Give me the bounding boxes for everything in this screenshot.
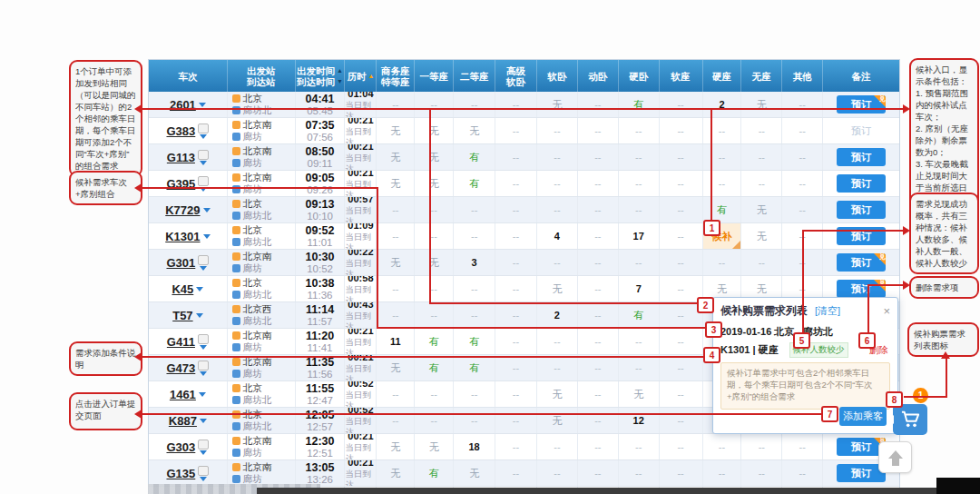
seat-availability: -- <box>454 381 495 407</box>
chevron-down-icon[interactable] <box>196 287 203 291</box>
train-number-link[interactable]: G383 <box>166 124 195 138</box>
departure-time: 12:30 <box>306 435 335 448</box>
arrowhead-icon <box>941 351 950 359</box>
train-number-link[interactable]: G473 <box>166 361 195 375</box>
book-button[interactable]: 预订 <box>837 174 886 193</box>
seat-availability: -- <box>703 460 742 486</box>
seat-availability: -- <box>578 250 619 275</box>
train-number-link[interactable]: K45 <box>172 282 193 296</box>
chevron-down-icon[interactable] <box>200 419 207 423</box>
book-button[interactable]: 预订 <box>837 122 886 140</box>
book-button[interactable]: 预订兑 <box>837 95 886 114</box>
annotation-left-2: 候补需求车次+席别组合 <box>69 171 142 205</box>
seat-availability: -- <box>619 171 660 196</box>
add-passenger-button[interactable]: 添加乘客 <box>839 407 887 426</box>
train-number-link[interactable]: G113 <box>167 151 195 164</box>
seat-availability: -- <box>782 144 823 170</box>
seat-availability: -- <box>703 118 742 143</box>
train-number-link[interactable]: G135 <box>166 467 195 480</box>
train-number-link[interactable]: T57 <box>172 309 192 322</box>
arrival-time: 11:57 <box>308 316 333 328</box>
train-number-link[interactable]: K7729 <box>165 203 200 217</box>
seat-availability: 有 <box>703 197 742 222</box>
seat-availability: -- <box>454 408 495 433</box>
seat-availability: -- <box>415 408 454 433</box>
seat-availability: -- <box>619 460 660 486</box>
seat-availability: 18 <box>454 434 495 459</box>
train-number-link[interactable]: 1461 <box>170 388 196 401</box>
chevron-down-icon[interactable] <box>200 161 207 165</box>
chevron-down-icon[interactable] <box>199 392 206 397</box>
column-header-硬座: 硬座 <box>703 60 742 92</box>
same-day-arrival-label: 当日到达 <box>345 363 376 381</box>
chevron-down-icon[interactable] <box>200 371 207 376</box>
chevron-down-icon[interactable] <box>200 477 207 481</box>
back-to-top-button[interactable] <box>878 441 912 473</box>
seat-availability: -- <box>537 355 578 380</box>
chevron-down-icon[interactable] <box>203 234 211 239</box>
chevron-down-icon[interactable] <box>203 208 211 212</box>
annotation-left-1: 1个订单中可添加发到站相同（可以是同城的不同车站）的2个相邻的乘车日期，每个乘车… <box>69 60 142 177</box>
seat-availability: 无 <box>415 250 454 275</box>
departure-station-icon <box>232 279 240 287</box>
chevron-down-icon[interactable] <box>196 313 203 318</box>
chevron-down-icon[interactable] <box>200 266 207 271</box>
waitlist-cart-button[interactable] <box>893 404 927 435</box>
seat-availability: -- <box>495 171 537 196</box>
chevron-down-icon[interactable] <box>199 103 206 107</box>
seat-availability: 2 <box>703 92 742 117</box>
book-button[interactable]: 预订兑 <box>837 253 886 272</box>
column-header-出发时间[interactable]: 出发时间▲到达时间▼ <box>296 60 346 92</box>
sort-icon[interactable]: ▼ <box>337 76 343 87</box>
train-number-link[interactable]: K887 <box>169 414 197 428</box>
arrival-station-icon <box>232 291 240 299</box>
departure-station: 北京 <box>243 93 262 104</box>
train-number-link[interactable]: G303 <box>166 440 195 454</box>
seat-availability: -- <box>660 92 703 117</box>
annotation-left-3: 需求添加条件说明 <box>69 341 142 376</box>
chevron-down-icon[interactable] <box>200 134 207 139</box>
book-button[interactable]: 预订 <box>837 148 886 166</box>
close-icon[interactable]: × <box>883 306 890 317</box>
sort-icon[interactable]: ▲ <box>368 71 374 82</box>
seat-availability: -- <box>415 302 454 328</box>
arrival-station: 廊坊 <box>243 341 262 353</box>
seat-availability: -- <box>495 434 537 459</box>
arrival-time: 09:26 <box>307 184 333 196</box>
train-row-K1301: K1301北京廊坊北09:5211:0101:09当日到达--------4--… <box>149 223 899 250</box>
departure-time: 09:13 <box>306 198 335 211</box>
seat-availability: -- <box>660 329 703 354</box>
cart-tail <box>888 415 894 424</box>
seat-availability: 无 <box>377 144 415 170</box>
train-number-link[interactable]: G411 <box>167 335 195 349</box>
annotation-right-3: 删除需求项 <box>909 276 979 299</box>
seat-availability: -- <box>537 171 578 196</box>
seat-availability: 有 <box>415 355 454 380</box>
seat-availability: -- <box>495 276 537 301</box>
sort-icon[interactable]: ▲ <box>337 65 343 76</box>
arrival-station: 廊坊北 <box>243 394 272 406</box>
train-type-badge-icon <box>198 334 209 344</box>
train-row-K7729: K7729北京廊坊北09:1310:1000:57当日到达-----------… <box>149 197 899 223</box>
chevron-down-icon[interactable] <box>200 450 207 455</box>
seat-availability: -- <box>377 276 415 301</box>
departure-station: 北京 <box>243 382 262 394</box>
book-button[interactable]: 预订兑 <box>837 280 886 298</box>
seat-availability: -- <box>495 118 537 143</box>
seat-availability: -- <box>495 329 537 354</box>
column-header-硬卧: 硬卧 <box>619 60 660 92</box>
chevron-down-icon[interactable] <box>200 345 207 350</box>
departure-station: 北京南 <box>243 435 272 447</box>
table-header: 车次出发站到达站出发时间▲到达时间▼历时▲商务座特等座一等座二等座高级软卧软卧动… <box>149 60 899 92</box>
book-button[interactable]: 预订 <box>837 201 886 219</box>
annotation-line <box>377 187 378 328</box>
train-number-link[interactable]: K1301 <box>165 230 200 243</box>
seat-availability: 无 <box>741 223 782 249</box>
seat-availability: -- <box>537 144 578 170</box>
train-number-link[interactable]: G301 <box>166 256 195 270</box>
seat-availability: -- <box>703 171 742 196</box>
column-header-商务座: 商务座特等座 <box>377 60 415 92</box>
clear-all-link[interactable]: [清空] <box>815 304 840 318</box>
column-header-历时[interactable]: 历时▲ <box>345 60 377 92</box>
same-day-arrival-label: 当日到达 <box>345 337 376 355</box>
